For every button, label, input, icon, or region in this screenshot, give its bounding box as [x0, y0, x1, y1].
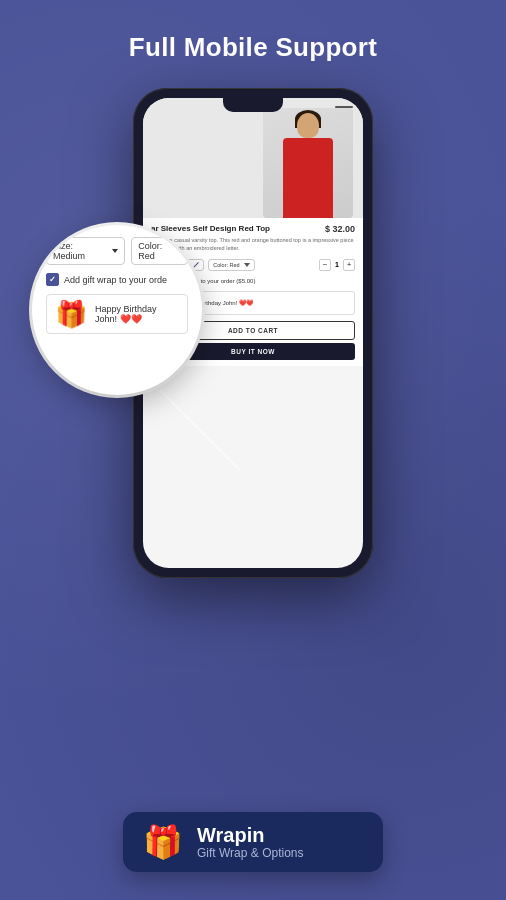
quantity-decrease-button[interactable]: −	[319, 259, 331, 271]
banner-title: Wrapin	[197, 824, 303, 846]
product-price: $ 32.00	[325, 224, 355, 234]
mag-message-box: 🎁 Happy Birthday John! ❤️❤️	[46, 294, 188, 334]
mag-options-row: Size: Medium Color: Red	[46, 237, 188, 265]
banner-subtitle: Gift Wrap & Options	[197, 846, 303, 860]
banner-gift-icon: 🎁	[143, 826, 183, 858]
mag-size-chevron-icon	[112, 249, 118, 253]
mag-gift-row: Add gift wrap to your orde	[46, 273, 188, 286]
color-dropdown[interactable]: Color: Red	[208, 259, 254, 271]
mag-gift-label: Add gift wrap to your orde	[64, 275, 167, 285]
mag-gift-icon: 🎁	[55, 301, 87, 327]
banner-text-group: Wrapin Gift Wrap & Options	[197, 824, 303, 860]
svg-line-0	[160, 390, 240, 470]
screen-header	[143, 98, 363, 218]
size-check-icon	[190, 259, 199, 268]
phone-notch	[223, 98, 283, 112]
product-name: ar Sleeves Self Design Red Top	[151, 224, 270, 234]
product-image	[263, 108, 353, 218]
quantity-increase-button[interactable]: +	[343, 259, 355, 271]
connector-line	[160, 390, 240, 470]
quantity-value: 1	[335, 261, 339, 268]
magnified-circle: Size: Medium Color: Red Add gift wrap to…	[32, 225, 202, 395]
mag-birthday-text: Happy Birthday John! ❤️❤️	[95, 304, 179, 324]
mag-gift-checkbox[interactable]	[46, 273, 59, 286]
page-title: Full Mobile Support	[0, 0, 506, 63]
bottom-banner: 🎁 Wrapin Gift Wrap & Options	[123, 812, 383, 872]
quantity-control: − 1 +	[319, 259, 355, 271]
product-description: Womens casual varsity top. This red and …	[151, 237, 355, 252]
color-chevron-icon	[244, 263, 250, 267]
mag-size-dropdown[interactable]: Size: Medium	[46, 237, 125, 265]
